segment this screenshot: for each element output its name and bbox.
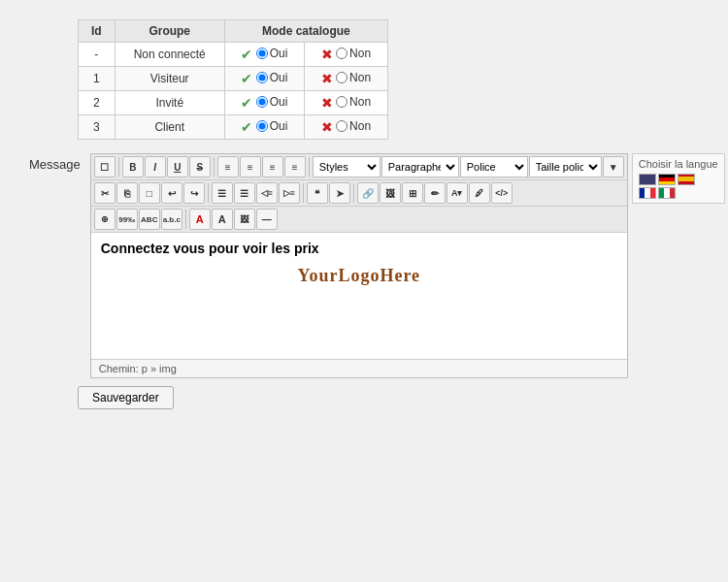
btn-fontA[interactable]: A xyxy=(189,209,211,230)
flag-it[interactable] xyxy=(658,187,676,199)
btn-list-ul[interactable]: ☰ xyxy=(212,182,233,204)
police-select[interactable]: Police xyxy=(460,156,528,178)
btn-new-doc[interactable]: ☐ xyxy=(94,156,116,178)
btn-align-justify[interactable]: ≡ xyxy=(284,156,306,178)
sep xyxy=(309,157,310,177)
row-non[interactable]: ✖ Non xyxy=(304,67,387,91)
editor-main-text: Connectez vous pour voir les prix xyxy=(101,241,617,256)
row-non[interactable]: ✖ Non xyxy=(304,115,387,140)
cross-icon: ✖ xyxy=(321,71,333,86)
btn-color[interactable]: A▾ xyxy=(447,182,468,204)
table-row: 1 Visiteur ✔ Oui ✖ Non xyxy=(79,67,388,91)
btn-image[interactable]: 🖼 xyxy=(380,182,401,204)
btn-cut[interactable]: ✂ xyxy=(94,182,116,204)
row-oui[interactable]: ✔ Oui xyxy=(224,115,304,140)
row-id: 2 xyxy=(79,91,116,115)
row-non[interactable]: ✖ Non xyxy=(304,91,387,115)
col-groupe: Groupe xyxy=(115,20,224,43)
cross-icon: ✖ xyxy=(321,47,333,62)
toolbar-row-3: ⊕ 99‰ ABC a.b.c A A 🖼 — xyxy=(91,207,627,233)
row-id: 3 xyxy=(79,115,116,140)
row-groupe: Invité xyxy=(115,91,224,115)
btn-table[interactable]: ⊞ xyxy=(402,182,423,204)
styles-select[interactable]: Styles xyxy=(313,156,381,178)
flag-de[interactable] xyxy=(658,174,676,185)
toolbar-row-1: ☐ B I U S ≡ ≡ ≡ ≡ Styles xyxy=(91,154,627,180)
oui-label[interactable]: Oui xyxy=(256,95,288,109)
btn-99[interactable]: 99‰ xyxy=(116,209,138,230)
non-radio[interactable] xyxy=(336,96,347,108)
row-oui[interactable]: ✔ Oui xyxy=(224,67,304,91)
non-label[interactable]: Non xyxy=(336,95,371,109)
sep xyxy=(208,183,209,203)
btn-arrow[interactable]: ➤ xyxy=(329,182,350,204)
btn-redo[interactable]: ↪ xyxy=(183,182,205,204)
table-row: 2 Invité ✔ Oui ✖ Non xyxy=(79,91,388,115)
btn-undo[interactable]: ↩ xyxy=(161,182,182,204)
non-label[interactable]: Non xyxy=(336,47,371,60)
check-icon: ✔ xyxy=(241,47,252,62)
btn-abc2[interactable]: a.b.c xyxy=(161,209,182,230)
row-oui[interactable]: ✔ Oui xyxy=(224,43,304,67)
btn-img-icon[interactable]: 🖼 xyxy=(234,209,255,230)
btn-paste[interactable]: □ xyxy=(139,182,160,204)
oui-label[interactable]: Oui xyxy=(256,119,288,133)
btn-italic[interactable]: I xyxy=(145,156,166,178)
btn-align-left[interactable]: ≡ xyxy=(217,156,239,178)
non-radio[interactable] xyxy=(336,72,347,83)
row-groupe: Visiteur xyxy=(115,67,224,91)
cross-icon: ✖ xyxy=(321,95,333,111)
sep xyxy=(353,183,354,203)
message-section: Message ☐ B I U S ≡ ≡ ≡ xyxy=(29,153,699,378)
btn-link[interactable]: 🔗 xyxy=(357,182,379,204)
row-oui[interactable]: ✔ Oui xyxy=(224,91,304,115)
btn-blockquote[interactable]: ❝ xyxy=(307,182,328,204)
btn-underline[interactable]: U xyxy=(167,156,188,178)
btn-taille-expand[interactable]: ▼ xyxy=(603,156,624,178)
row-non[interactable]: ✖ Non xyxy=(304,43,387,67)
non-radio[interactable] xyxy=(336,120,347,132)
editor-logo: YourLogoHere xyxy=(101,266,617,286)
editor-content-area[interactable]: Connectez vous pour voir les prix YourLo… xyxy=(91,233,627,359)
oui-radio[interactable] xyxy=(256,48,268,59)
btn-bold[interactable]: B xyxy=(122,156,144,178)
btn-edit[interactable]: ✏ xyxy=(424,182,446,204)
check-icon: ✔ xyxy=(241,119,252,135)
col-mode: Mode catalogue xyxy=(224,20,387,43)
col-id: Id xyxy=(79,20,116,43)
logo-text: YourLogoHere xyxy=(297,266,420,285)
btn-copy[interactable]: ⎘ xyxy=(116,182,138,204)
flag-es[interactable] xyxy=(678,174,695,185)
non-label[interactable]: Non xyxy=(336,71,371,84)
flag-row-1 xyxy=(639,174,718,185)
btn-bgcolor[interactable]: 🖊 xyxy=(469,182,490,204)
taille-select[interactable]: Taille police xyxy=(529,156,602,178)
btn-source[interactable]: </> xyxy=(491,182,513,204)
oui-label[interactable]: Oui xyxy=(256,71,288,84)
oui-radio[interactable] xyxy=(256,72,268,83)
row-groupe: Non connecté xyxy=(115,43,224,67)
editor-container: ☐ B I U S ≡ ≡ ≡ ≡ Styles xyxy=(90,153,725,378)
non-label[interactable]: Non xyxy=(336,119,371,133)
catalogue-table: Id Groupe Mode catalogue - Non connecté … xyxy=(78,19,388,140)
oui-radio[interactable] xyxy=(256,96,268,108)
flag-us[interactable] xyxy=(639,174,656,185)
flag-fr[interactable] xyxy=(639,187,656,199)
btn-outdent[interactable]: ◁≡ xyxy=(256,182,278,204)
paragraphe-select[interactable]: Paragraphe xyxy=(381,156,459,178)
lang-box: Choisir la langue xyxy=(632,153,725,204)
oui-label[interactable]: Oui xyxy=(256,47,288,60)
btn-hr[interactable]: — xyxy=(256,209,278,230)
oui-radio[interactable] xyxy=(256,120,268,132)
btn-indent[interactable]: ▷≡ xyxy=(279,182,300,204)
btn-align-right[interactable]: ≡ xyxy=(262,156,283,178)
btn-zoom[interactable]: ⊕ xyxy=(94,209,116,230)
non-radio[interactable] xyxy=(336,48,347,59)
btn-list-ol[interactable]: ☰ xyxy=(234,182,255,204)
btn-strikethrough[interactable]: S xyxy=(189,156,211,178)
btn-abc[interactable]: ABC xyxy=(139,209,160,230)
btn-fontA2[interactable]: A xyxy=(212,209,233,230)
btn-align-center[interactable]: ≡ xyxy=(240,156,261,178)
chemin-text: Chemin: p » img xyxy=(99,363,177,374)
save-button[interactable]: Sauvegarder xyxy=(78,386,174,409)
